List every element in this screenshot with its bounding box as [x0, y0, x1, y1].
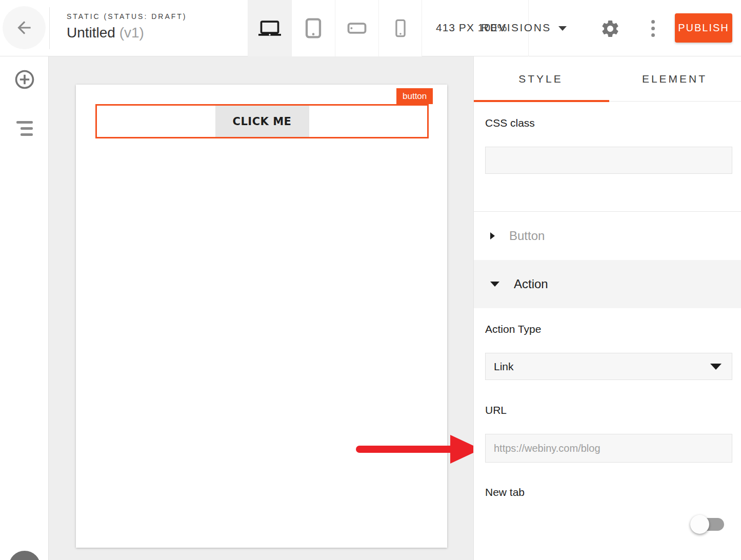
- new-tab-toggle[interactable]: [690, 513, 726, 535]
- webiny-page-builder: STATIC (STATUS: DRAFT) Untitled (v1) 413…: [0, 0, 741, 560]
- page-preview[interactable]: button CLICK ME: [76, 85, 447, 548]
- more-options-button[interactable]: [645, 15, 660, 41]
- editor-left-toolbar: [0, 56, 49, 560]
- url-label: URL: [485, 404, 507, 416]
- editor-canvas[interactable]: button CLICK ME: [49, 56, 473, 560]
- css-class-input[interactable]: [485, 147, 732, 174]
- tablet-icon: [303, 18, 324, 38]
- add-circle-icon: [13, 68, 36, 91]
- zoom-level-text: 413 PX 100%: [436, 22, 507, 34]
- action-type-select[interactable]: Link: [485, 353, 732, 380]
- settings-button[interactable]: [600, 18, 620, 39]
- dot: [651, 33, 655, 37]
- back-button[interactable]: [3, 6, 46, 49]
- selected-element-outline[interactable]: CLICK ME: [95, 104, 429, 138]
- device-desktop-button[interactable]: [248, 0, 291, 56]
- mobile-portrait-icon: [391, 19, 410, 37]
- selected-element-tag: button: [396, 88, 433, 104]
- laptop-icon: [258, 17, 281, 39]
- toggle-knob: [690, 515, 709, 534]
- chevron-down-icon: [710, 364, 722, 370]
- gear-icon: [600, 18, 620, 39]
- navigator-lines-icon: [16, 121, 33, 136]
- new-tab-label: New tab: [485, 486, 525, 498]
- tab-element[interactable]: ELEMENT: [608, 56, 741, 101]
- canvas-button-element[interactable]: CLICK ME: [215, 106, 309, 137]
- page-title: Untitled: [67, 25, 115, 41]
- element-navigator-button[interactable]: [0, 110, 49, 146]
- css-class-label: CSS class: [485, 117, 535, 129]
- section-button-header[interactable]: Button: [474, 212, 741, 260]
- help-button[interactable]: [9, 551, 41, 560]
- action-type-label: Action Type: [485, 323, 541, 335]
- dot: [651, 27, 655, 30]
- section-button-label: Button: [509, 229, 545, 243]
- device-preview-switcher: [248, 0, 422, 56]
- chevron-right-icon: [490, 232, 495, 239]
- panel-tabs: STYLE ELEMENT: [474, 56, 741, 102]
- device-tablet-button[interactable]: [291, 0, 335, 56]
- page-title-block: STATIC (STATUS: DRAFT) Untitled (v1): [67, 12, 187, 41]
- action-type-value: Link: [494, 361, 514, 373]
- element-settings-panel: STYLE ELEMENT CSS class Button Action Ac…: [473, 56, 741, 560]
- header-divider: [49, 7, 50, 49]
- mobile-landscape-icon: [347, 18, 367, 38]
- page-status: STATIC (STATUS: DRAFT): [67, 12, 187, 21]
- section-action-header[interactable]: Action: [474, 260, 741, 308]
- dot: [651, 20, 655, 24]
- arrow-left-icon: [14, 18, 34, 37]
- page-version: (v1): [119, 25, 144, 41]
- tab-style[interactable]: STYLE: [474, 56, 608, 101]
- top-bar: STATIC (STATUS: DRAFT) Untitled (v1) 413…: [0, 0, 741, 56]
- publish-button[interactable]: PUBLISH: [675, 13, 732, 43]
- add-element-button[interactable]: [0, 62, 49, 97]
- url-input[interactable]: [485, 434, 732, 463]
- chevron-down-icon: [490, 282, 499, 287]
- chevron-down-icon: [558, 26, 567, 31]
- annotation-arrow: [355, 433, 482, 465]
- section-action-label: Action: [514, 277, 548, 291]
- device-mobile-landscape-button[interactable]: [335, 0, 378, 56]
- page-title-line: Untitled (v1): [67, 25, 187, 41]
- active-tab-indicator: [474, 100, 609, 102]
- device-mobile-portrait-button[interactable]: [378, 0, 422, 56]
